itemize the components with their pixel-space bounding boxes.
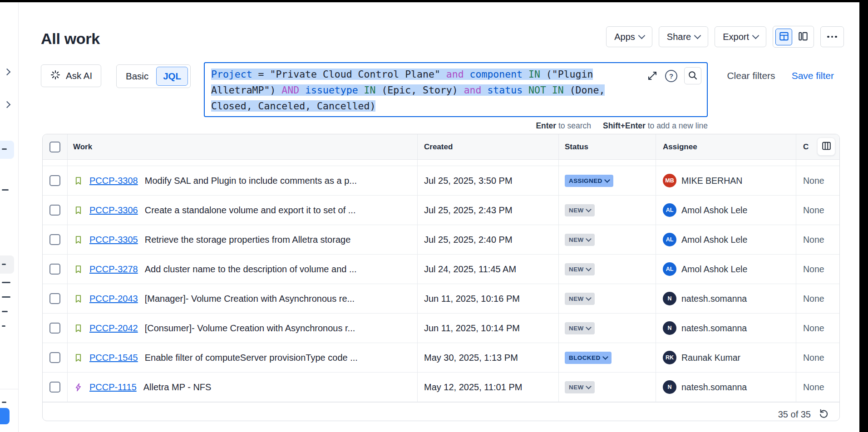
issue-key-link[interactable]: PCCP-3278 xyxy=(89,264,138,275)
chevron-down-icon xyxy=(586,383,592,389)
clipped-column-cell: None xyxy=(796,196,839,225)
chevron-right-icon[interactable] xyxy=(4,101,11,108)
assignee-cell[interactable]: MBMIKE BERHAN xyxy=(656,166,796,195)
clipped-column-cell: None xyxy=(796,373,839,402)
issue-key-link[interactable]: PCCP-3308 xyxy=(89,176,138,186)
select-all-checkbox[interactable] xyxy=(49,142,60,152)
refresh-button[interactable] xyxy=(817,407,830,421)
assignee-cell[interactable]: ALAmol Ashok Lele xyxy=(656,196,796,225)
assignee-cell[interactable]: RKRaunak Kumar xyxy=(656,343,796,372)
chevron-down-icon xyxy=(586,295,592,301)
sidebar-divider xyxy=(0,389,18,389)
work-cell: PCCP-3306Create a standalone volume and … xyxy=(68,196,418,225)
export-button[interactable]: Export xyxy=(715,26,766,47)
table-row: PCCP-1115Alletra MP - NFSMay 12, 2025, 1… xyxy=(43,373,839,402)
created-cell: Jul 25, 2025, 2:40 PM xyxy=(418,225,559,254)
chevron-right-icon[interactable] xyxy=(4,69,11,76)
more-horizontal-icon xyxy=(827,36,829,38)
jira-all-work-page: All work Apps Share Export xyxy=(0,2,859,432)
avatar: N xyxy=(663,321,676,335)
assignee-name: Amol Ashok Lele xyxy=(681,235,747,245)
table-view-button[interactable] xyxy=(775,29,792,45)
issue-key-link[interactable]: PCCP-1545 xyxy=(89,353,138,363)
status-badge[interactable]: NEW xyxy=(565,322,595,334)
share-button[interactable]: Share xyxy=(659,26,708,47)
search-icon xyxy=(687,70,698,82)
header-checkbox-cell xyxy=(43,134,68,159)
status-badge[interactable]: NEW xyxy=(565,381,595,393)
status-badge[interactable]: BLOCKED xyxy=(565,352,612,364)
configure-columns-button[interactable] xyxy=(817,137,835,156)
status-badge[interactable]: NEW xyxy=(565,263,595,275)
assignee-cell[interactable]: Nnatesh.somanna xyxy=(656,284,796,313)
sidebar-app-icon[interactable] xyxy=(0,408,10,424)
row-checkbox[interactable] xyxy=(49,323,60,334)
row-checkbox[interactable] xyxy=(49,352,60,363)
assignee-name: Raunak Kumar xyxy=(681,353,740,363)
page-title: All work xyxy=(41,30,100,48)
column-header-status[interactable]: Status xyxy=(559,134,656,159)
issue-summary[interactable]: Enable filter of computeServer provision… xyxy=(144,353,358,363)
row-checkbox[interactable] xyxy=(49,264,60,275)
clipped-column-cell: None xyxy=(796,225,839,254)
search-hint: Enter to searchShift+Enter to add a new … xyxy=(204,121,708,131)
status-badge[interactable]: NEW xyxy=(565,204,595,216)
status-badge[interactable]: NEW xyxy=(565,293,595,305)
table-row: PCCP-1545Enable filter of computeServer … xyxy=(43,343,839,373)
column-header-work[interactable]: Work xyxy=(68,134,418,159)
sidebar-item-fragment xyxy=(2,325,5,327)
row-checkbox[interactable] xyxy=(49,293,60,304)
created-cell: May 30, 2025, 1:13 PM xyxy=(418,343,559,372)
assignee-name: Amol Ashok Lele xyxy=(681,264,747,275)
sidebar-item-active[interactable] xyxy=(0,141,14,159)
issue-key-link[interactable]: PCCP-2042 xyxy=(89,323,138,334)
detail-view-button[interactable] xyxy=(794,29,811,45)
table-row: PCCP-3278Add cluster name to the descrip… xyxy=(43,255,839,284)
jql-query-text[interactable]: Project = "Private Cloud Control Plane" … xyxy=(211,66,700,114)
column-header-created[interactable]: Created xyxy=(418,134,559,159)
clipped-column-cell: None xyxy=(796,284,839,313)
story-icon xyxy=(74,323,84,333)
more-button[interactable] xyxy=(820,26,844,47)
chevron-down-icon xyxy=(752,32,760,39)
jql-editor[interactable]: Project = "Private Cloud Control Plane" … xyxy=(204,62,708,117)
clear-filters-button[interactable]: Clear filters xyxy=(727,70,775,81)
clipped-column-cell: None xyxy=(796,314,839,343)
issue-key-link[interactable]: PCCP-3305 xyxy=(89,235,138,245)
jql-mode-button[interactable]: JQL xyxy=(156,67,188,86)
issue-summary[interactable]: [Manager]- Volume Creation with Asynchro… xyxy=(144,294,355,304)
issue-key-link[interactable]: PCCP-2043 xyxy=(89,294,138,304)
work-items-table: Work Created Status Assignee C PCCP-3308… xyxy=(42,134,840,421)
clipped-column-cell: None xyxy=(796,255,839,284)
assignee-cell[interactable]: ALAmol Ashok Lele xyxy=(656,255,796,284)
issue-summary[interactable]: Create a standalone volume and export it… xyxy=(144,205,356,216)
row-checkbox[interactable] xyxy=(49,175,60,186)
clipped-column-cell: None xyxy=(796,343,839,372)
assignee-cell[interactable]: ALAmol Ashok Lele xyxy=(656,225,796,254)
expand-icon[interactable] xyxy=(646,70,658,82)
status-badge[interactable]: ASSIGNED xyxy=(565,175,613,187)
issue-summary[interactable]: Add cluster name to the description of v… xyxy=(144,264,357,275)
issue-summary[interactable]: Modify SAL and Plugin to include comment… xyxy=(144,176,357,186)
row-checkbox[interactable] xyxy=(49,205,60,216)
issue-summary[interactable]: [Consumer]- Volume Creation with Asynchr… xyxy=(144,323,355,334)
save-filter-button[interactable]: Save filter xyxy=(792,70,834,81)
sidebar-item-fragment xyxy=(2,264,6,265)
basic-mode-button[interactable]: Basic xyxy=(119,71,155,82)
issue-key-link[interactable]: PCCP-3306 xyxy=(89,205,138,216)
help-icon[interactable]: ? xyxy=(665,70,677,82)
search-button[interactable] xyxy=(684,67,701,84)
row-checkbox[interactable] xyxy=(49,234,60,245)
issue-summary[interactable]: Alletra MP - NFS xyxy=(143,382,212,393)
status-badge[interactable]: NEW xyxy=(565,234,595,246)
assignee-cell[interactable]: Nnatesh.somanna xyxy=(656,314,796,343)
ask-ai-button[interactable]: Ask AI xyxy=(41,64,101,87)
created-cell: Jun 11, 2025, 10:16 PM xyxy=(418,284,559,313)
chevron-down-icon xyxy=(586,265,592,271)
row-checkbox[interactable] xyxy=(49,382,60,393)
issue-key-link[interactable]: PCCP-1115 xyxy=(89,382,137,393)
issue-summary[interactable]: Retrieve the storage properties from All… xyxy=(144,235,351,245)
column-header-assignee[interactable]: Assignee xyxy=(656,134,796,159)
assignee-cell[interactable]: Nnatesh.somanna xyxy=(656,373,796,402)
apps-button[interactable]: Apps xyxy=(606,26,652,47)
